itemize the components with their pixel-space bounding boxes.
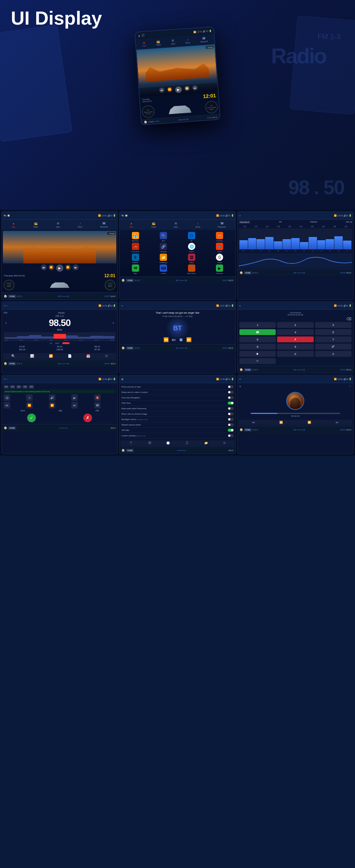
phone-key-1[interactable]: 1 [239, 322, 276, 328]
bt-home-btn[interactable]: HOME [126, 346, 134, 350]
phone-key-0[interactable]: 0 [277, 351, 313, 357]
apps-nav-bt[interactable]: ☎Bluetooth [218, 222, 226, 228]
music-home-btn[interactable]: HOME [244, 428, 252, 432]
steer-pick[interactable]: ☎ [94, 402, 101, 408]
rw-btn[interactable]: ⏪ [49, 264, 54, 270]
app-calculator[interactable]: 🧮 Calculator [206, 232, 233, 242]
app-carbitlink[interactable]: 🔗 CarbitLink [150, 243, 177, 253]
music-icon-rw[interactable]: ⏪ [279, 421, 283, 424]
settings-icon-wifi[interactable]: 🖼 [148, 441, 151, 445]
apps-nav-navi[interactable]: ▲Navi [129, 222, 134, 228]
bt-next-btn[interactable]: ⏭ [172, 337, 176, 342]
app-carlink[interactable]: 🚗 Car Link 2.0 [122, 243, 149, 253]
eq-tab-default[interactable]: Default [310, 221, 317, 224]
steering-home-btn[interactable]: HOME [8, 426, 16, 430]
music-heart-icon[interactable]: ♡ [349, 385, 351, 388]
home-nav-radio[interactable]: 📻Radio [33, 222, 38, 228]
app-bt[interactable]: ⬡ BT [178, 232, 205, 242]
steer-rew[interactable]: ⏪ [26, 402, 33, 408]
radio-icon-calendar[interactable]: 📅 [86, 354, 90, 358]
next-btn[interactable]: ⏭ [73, 264, 79, 270]
setting-toggle-6[interactable] [228, 412, 234, 415]
music-back-btn[interactable]: BACK [346, 429, 351, 431]
bt-stop-btn[interactable]: ⏹ [179, 337, 183, 342]
phone-key-9[interactable]: 9 [277, 344, 313, 350]
settings-icon-music[interactable]: 🎵 [185, 441, 189, 445]
hero-play-btn[interactable]: ▶ [175, 86, 182, 93]
music-icon-ff[interactable]: ⏩ [308, 421, 311, 424]
app-appstore[interactable]: 🏪 App Store [122, 232, 149, 242]
steer-mute[interactable]: 🔇 [94, 394, 101, 401]
steer-cancel-btn[interactable]: ✗ [83, 414, 92, 422]
apps-home-btn[interactable]: HOME [126, 279, 134, 282]
radio-icon-settings[interactable]: ⚙ [105, 354, 108, 358]
phone-key-reply[interactable]: ↩ [239, 358, 276, 364]
bt-ff-btn[interactable]: ⏩ [186, 337, 192, 342]
phone-call-btn[interactable]: ☎ [239, 329, 276, 335]
steer-vol-up[interactable]: 🔊 [49, 394, 55, 401]
setting-toggle-5[interactable] [228, 407, 234, 410]
phone-key-5[interactable]: 5 [315, 329, 351, 335]
eq-back-btn[interactable]: BACK [346, 272, 351, 274]
app-playstore[interactable]: ▶ Play Store [206, 264, 233, 274]
steer-mode[interactable]: ⊙ [26, 394, 33, 401]
radio-freq-3[interactable]: 98.10 [79, 346, 116, 348]
music-icon-next[interactable]: ⏭ [336, 421, 339, 424]
home-nav-apps[interactable]: ⊞Apps [56, 222, 60, 228]
eq-tab-setup[interactable]: Set up [346, 221, 352, 224]
steer-power[interactable]: ⏻ [4, 394, 10, 401]
apps-nav-music[interactable]: ♪Music [196, 222, 200, 228]
phone-key-6[interactable]: 6 [239, 336, 276, 342]
home-nav-bt[interactable]: ☎Bluetooth [100, 222, 108, 228]
radio-freq-2[interactable]: 90.10 [41, 346, 78, 348]
radio-icon-file[interactable]: 📄 [68, 354, 72, 358]
setting-toggle-3[interactable] [228, 396, 234, 399]
phone-key-4[interactable]: 4 [277, 329, 313, 335]
app-maps[interactable]: 🗺 Maps [122, 264, 149, 274]
setting-toggle-8[interactable] [228, 423, 234, 426]
steer-vol-down[interactable]: 🔉 [71, 394, 78, 401]
setting-toggle-4[interactable] [228, 402, 234, 405]
phone-key-star[interactable]: ✱ [239, 351, 276, 357]
phone-key-2[interactable]: 2 [277, 322, 313, 328]
home-button[interactable]: HOME [8, 295, 16, 298]
app-google[interactable]: G Google [206, 254, 233, 263]
app-control[interactable]: 🎮 Control [206, 243, 233, 253]
steering-back-btn[interactable]: BACK [111, 427, 116, 429]
setting-toggle-2[interactable] [228, 391, 234, 394]
apps-nav-radio[interactable]: 📻Radio [151, 222, 156, 228]
phone-back-btn[interactable]: BACK [346, 369, 351, 371]
settings-back-btn[interactable]: BACK [229, 449, 234, 452]
radio-back-btn[interactable]: BACK [111, 363, 116, 365]
app-mcxkey[interactable]: ⌨ mcxKey [150, 264, 177, 274]
radio-icon-search[interactable]: 🔍 [11, 354, 15, 358]
radio-icon-eq[interactable]: 📊 [30, 354, 34, 358]
hero-ff-btn[interactable]: ⏩ [184, 86, 190, 91]
settings-icon-phone[interactable]: 📱 [129, 441, 133, 445]
setting-toggle-9[interactable] [228, 429, 234, 432]
radio-freq-5[interactable]: 108.00 [41, 348, 78, 351]
radio-home-btn[interactable]: HOME [8, 362, 16, 365]
back-button[interactable]: BACK [111, 295, 116, 297]
phone-key-7[interactable]: 7 [315, 336, 351, 342]
steer-fwd[interactable]: ⏩ [49, 402, 55, 408]
radio-freq-6[interactable]: 87.50 [79, 348, 116, 351]
eq-tab-all[interactable]: All [279, 221, 281, 224]
apps-nav-apps[interactable]: ⊞Apps [174, 222, 178, 228]
hero-rw-btn[interactable]: ⏪ [167, 87, 172, 92]
radio-prev-btn[interactable]: ‹ [5, 321, 7, 325]
play-btn[interactable]: ▶ [56, 264, 63, 272]
eq-dropdown[interactable]: Standard [239, 221, 250, 224]
radio-freq-4[interactable]: 106.10 [4, 348, 41, 351]
music-icon-prev[interactable]: ⏮ [252, 421, 255, 424]
apps-back-btn[interactable]: BACK [229, 279, 234, 281]
steer-next[interactable]: ⏭ [71, 402, 78, 408]
bt-rw-btn[interactable]: ⏪ [163, 337, 169, 342]
ff-btn[interactable]: ⏩ [65, 264, 71, 270]
steer-prev[interactable]: ⏮ [4, 402, 10, 408]
phone-backspace[interactable]: ⌫ [239, 317, 351, 321]
settings-home-btn[interactable]: HOME [126, 449, 134, 452]
phone-key-8[interactable]: 8 [239, 344, 276, 350]
setting-toggle-1[interactable] [228, 385, 234, 388]
app-eq[interactable]: 🎚 Equalizer [122, 254, 149, 263]
